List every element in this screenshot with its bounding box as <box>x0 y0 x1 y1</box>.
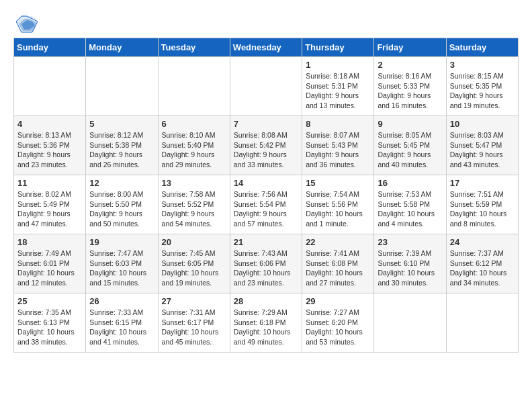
calendar-cell: 17Sunrise: 7:51 AM Sunset: 5:59 PM Dayli… <box>446 175 518 234</box>
calendar-cell: 1Sunrise: 8:18 AM Sunset: 5:31 PM Daylig… <box>302 57 374 116</box>
calendar-cell: 2Sunrise: 8:16 AM Sunset: 5:33 PM Daylig… <box>374 57 446 116</box>
calendar-cell: 12Sunrise: 8:00 AM Sunset: 5:50 PM Dayli… <box>86 175 158 234</box>
header-row: SundayMondayTuesdayWednesdayThursdayFrid… <box>14 38 519 57</box>
week-row-3: 11Sunrise: 8:02 AM Sunset: 5:49 PM Dayli… <box>14 175 519 234</box>
calendar-cell: 14Sunrise: 7:56 AM Sunset: 5:54 PM Dayli… <box>230 175 302 234</box>
day-number: 12 <box>89 178 154 188</box>
day-number: 22 <box>306 237 370 247</box>
calendar-cell: 21Sunrise: 7:43 AM Sunset: 6:06 PM Dayli… <box>230 234 302 293</box>
cell-info: Sunrise: 7:47 AM Sunset: 6:03 PM Dayligh… <box>89 248 154 288</box>
calendar-cell: 18Sunrise: 7:49 AM Sunset: 6:01 PM Dayli… <box>14 234 86 293</box>
cell-info: Sunrise: 7:45 AM Sunset: 6:05 PM Dayligh… <box>162 248 226 288</box>
logo-icon <box>16 13 38 35</box>
calendar-cell: 3Sunrise: 8:15 AM Sunset: 5:35 PM Daylig… <box>446 57 518 116</box>
day-number: 1 <box>306 60 370 70</box>
day-number: 26 <box>89 296 154 306</box>
cell-info: Sunrise: 7:53 AM Sunset: 5:58 PM Dayligh… <box>378 189 442 229</box>
header-tuesday: Tuesday <box>158 38 230 57</box>
header-monday: Monday <box>86 38 158 57</box>
day-number: 9 <box>378 119 442 129</box>
header-thursday: Thursday <box>302 38 374 57</box>
cell-info: Sunrise: 8:12 AM Sunset: 5:38 PM Dayligh… <box>89 130 154 170</box>
cell-info: Sunrise: 8:02 AM Sunset: 5:49 PM Dayligh… <box>17 189 82 229</box>
day-number: 3 <box>450 60 515 70</box>
calendar-cell: 29Sunrise: 7:27 AM Sunset: 6:20 PM Dayli… <box>302 293 374 353</box>
header-wednesday: Wednesday <box>230 38 302 57</box>
cell-info: Sunrise: 8:03 AM Sunset: 5:47 PM Dayligh… <box>450 130 515 170</box>
cell-info: Sunrise: 7:49 AM Sunset: 6:01 PM Dayligh… <box>17 248 82 288</box>
calendar-cell: 4Sunrise: 8:13 AM Sunset: 5:36 PM Daylig… <box>14 116 86 175</box>
cell-info: Sunrise: 8:07 AM Sunset: 5:43 PM Dayligh… <box>306 130 370 170</box>
cell-info: Sunrise: 7:39 AM Sunset: 6:10 PM Dayligh… <box>378 248 442 288</box>
day-number: 15 <box>306 178 370 188</box>
calendar-cell <box>158 57 230 116</box>
day-number: 8 <box>306 119 370 129</box>
logo <box>13 13 38 35</box>
day-number: 17 <box>450 178 515 188</box>
calendar-cell <box>446 293 518 353</box>
day-number: 16 <box>378 178 442 188</box>
day-number: 25 <box>17 296 82 306</box>
day-number: 20 <box>162 237 226 247</box>
cell-info: Sunrise: 7:37 AM Sunset: 6:12 PM Dayligh… <box>450 248 515 288</box>
cell-info: Sunrise: 8:05 AM Sunset: 5:45 PM Dayligh… <box>378 130 442 170</box>
day-number: 24 <box>450 237 515 247</box>
calendar-cell: 24Sunrise: 7:37 AM Sunset: 6:12 PM Dayli… <box>446 234 518 293</box>
calendar-cell: 11Sunrise: 8:02 AM Sunset: 5:49 PM Dayli… <box>14 175 86 234</box>
cell-info: Sunrise: 7:41 AM Sunset: 6:08 PM Dayligh… <box>306 248 370 288</box>
calendar-cell: 19Sunrise: 7:47 AM Sunset: 6:03 PM Dayli… <box>86 234 158 293</box>
calendar-cell: 9Sunrise: 8:05 AM Sunset: 5:45 PM Daylig… <box>374 116 446 175</box>
calendar-cell: 20Sunrise: 7:45 AM Sunset: 6:05 PM Dayli… <box>158 234 230 293</box>
day-number: 5 <box>89 119 154 129</box>
day-number: 6 <box>162 119 226 129</box>
cell-info: Sunrise: 8:10 AM Sunset: 5:40 PM Dayligh… <box>162 130 226 170</box>
cell-info: Sunrise: 7:29 AM Sunset: 6:18 PM Dayligh… <box>234 308 298 347</box>
day-number: 21 <box>234 237 298 247</box>
header-sunday: Sunday <box>14 38 86 57</box>
calendar-cell: 15Sunrise: 7:54 AM Sunset: 5:56 PM Dayli… <box>302 175 374 234</box>
cell-info: Sunrise: 7:27 AM Sunset: 6:20 PM Dayligh… <box>306 308 370 347</box>
cell-info: Sunrise: 7:58 AM Sunset: 5:52 PM Dayligh… <box>162 189 226 229</box>
week-row-2: 4Sunrise: 8:13 AM Sunset: 5:36 PM Daylig… <box>14 116 519 175</box>
cell-info: Sunrise: 8:00 AM Sunset: 5:50 PM Dayligh… <box>89 189 154 229</box>
calendar-cell: 7Sunrise: 8:08 AM Sunset: 5:42 PM Daylig… <box>230 116 302 175</box>
calendar-cell: 28Sunrise: 7:29 AM Sunset: 6:18 PM Dayli… <box>230 293 302 353</box>
day-number: 4 <box>17 119 82 129</box>
calendar-cell <box>86 57 158 116</box>
day-number: 13 <box>162 178 226 188</box>
cell-info: Sunrise: 7:43 AM Sunset: 6:06 PM Dayligh… <box>234 248 298 288</box>
cell-info: Sunrise: 7:35 AM Sunset: 6:13 PM Dayligh… <box>17 308 82 347</box>
day-number: 29 <box>306 296 370 306</box>
cell-info: Sunrise: 8:08 AM Sunset: 5:42 PM Dayligh… <box>234 130 298 170</box>
cell-info: Sunrise: 7:54 AM Sunset: 5:56 PM Dayligh… <box>306 189 370 229</box>
day-number: 10 <box>450 119 515 129</box>
cell-info: Sunrise: 8:16 AM Sunset: 5:33 PM Dayligh… <box>378 71 442 111</box>
calendar-cell: 6Sunrise: 8:10 AM Sunset: 5:40 PM Daylig… <box>158 116 230 175</box>
day-number: 18 <box>17 237 82 247</box>
calendar-header: SundayMondayTuesdayWednesdayThursdayFrid… <box>14 38 519 57</box>
calendar-cell: 5Sunrise: 8:12 AM Sunset: 5:38 PM Daylig… <box>86 116 158 175</box>
cell-info: Sunrise: 7:56 AM Sunset: 5:54 PM Dayligh… <box>234 189 298 229</box>
cell-info: Sunrise: 7:31 AM Sunset: 6:17 PM Dayligh… <box>162 308 226 347</box>
week-row-4: 18Sunrise: 7:49 AM Sunset: 6:01 PM Dayli… <box>14 234 519 293</box>
day-number: 2 <box>378 60 442 70</box>
calendar-cell: 13Sunrise: 7:58 AM Sunset: 5:52 PM Dayli… <box>158 175 230 234</box>
calendar-cell: 10Sunrise: 8:03 AM Sunset: 5:47 PM Dayli… <box>446 116 518 175</box>
week-row-1: 1Sunrise: 8:18 AM Sunset: 5:31 PM Daylig… <box>14 57 519 116</box>
calendar-body: 1Sunrise: 8:18 AM Sunset: 5:31 PM Daylig… <box>14 57 519 353</box>
calendar-cell <box>14 57 86 116</box>
calendar-cell: 23Sunrise: 7:39 AM Sunset: 6:10 PM Dayli… <box>374 234 446 293</box>
day-number: 19 <box>89 237 154 247</box>
day-number: 7 <box>234 119 298 129</box>
header-friday: Friday <box>374 38 446 57</box>
calendar-cell: 22Sunrise: 7:41 AM Sunset: 6:08 PM Dayli… <box>302 234 374 293</box>
cell-info: Sunrise: 8:15 AM Sunset: 5:35 PM Dayligh… <box>450 71 515 111</box>
header-saturday: Saturday <box>446 38 518 57</box>
day-number: 11 <box>17 178 82 188</box>
day-number: 14 <box>234 178 298 188</box>
calendar-cell: 16Sunrise: 7:53 AM Sunset: 5:58 PM Dayli… <box>374 175 446 234</box>
calendar-cell: 27Sunrise: 7:31 AM Sunset: 6:17 PM Dayli… <box>158 293 230 353</box>
cell-info: Sunrise: 8:13 AM Sunset: 5:36 PM Dayligh… <box>17 130 82 170</box>
calendar-cell: 25Sunrise: 7:35 AM Sunset: 6:13 PM Dayli… <box>14 293 86 353</box>
calendar-cell: 8Sunrise: 8:07 AM Sunset: 5:43 PM Daylig… <box>302 116 374 175</box>
